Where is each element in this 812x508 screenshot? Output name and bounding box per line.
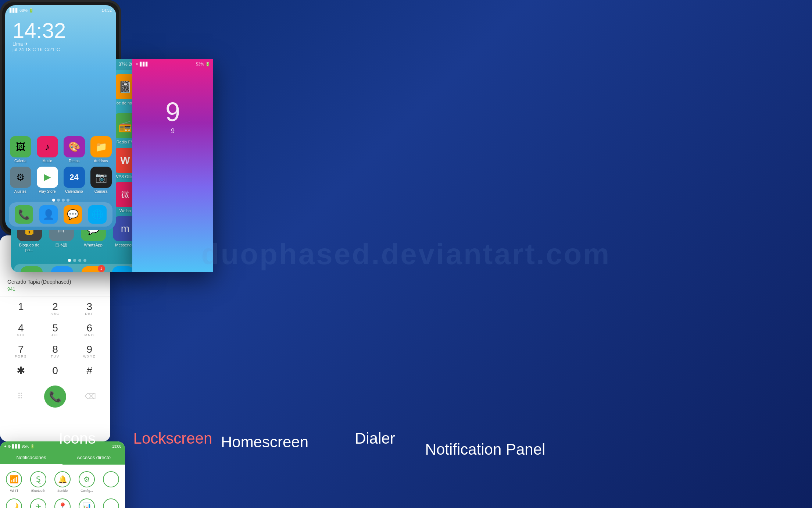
- home-dot-3: [62, 199, 65, 202]
- sound-label: Sonido: [57, 489, 68, 493]
- toggle-empty1: [99, 468, 123, 495]
- list-item[interactable]: ▶ Play Store: [36, 167, 59, 193]
- app-label: WhatsApp: [84, 243, 103, 248]
- list-item[interactable]: 24 Calendario: [62, 167, 86, 193]
- home-app-label: Cámara: [94, 189, 108, 193]
- dial-key-9[interactable]: 9 WXYZ: [72, 341, 107, 362]
- tab-accesos[interactable]: Accesos directo: [62, 451, 125, 465]
- toggle-no-molestar[interactable]: 🌙 No molestar: [2, 495, 26, 508]
- dial-key-hash[interactable]: #: [72, 362, 107, 380]
- home-dot-2: [57, 199, 60, 202]
- dialer-label: Dialer: [320, 430, 430, 447]
- home-dot-1: [52, 199, 55, 202]
- home-status-bar: ▋▋▋ 68% 🔋 14:32: [5, 5, 116, 15]
- home-app-label: Play Store: [39, 189, 56, 193]
- icons-label: Icons: [11, 430, 143, 447]
- home-dock-messages[interactable]: 💬: [64, 205, 82, 224]
- home-icon-ajustes: ⚙: [10, 167, 31, 188]
- bluetooth-label: Bluetooth: [31, 489, 45, 493]
- toggle-bluetooth[interactable]: Ȿ Bluetooth: [26, 468, 50, 495]
- watermark: duophased.deviantart.com: [201, 237, 611, 271]
- home-app-label: Calendario: [65, 189, 83, 193]
- home-page-dots: [5, 199, 116, 202]
- dial-key-0[interactable]: 0: [38, 362, 72, 380]
- dial-key-6[interactable]: 6 MNO: [72, 319, 107, 341]
- list-item[interactable]: 📁 Archivos: [89, 136, 112, 163]
- app-label: Radio FM: [117, 140, 134, 145]
- home-dock-phone[interactable]: 📞: [15, 205, 33, 224]
- home-app-label: Galería: [14, 159, 26, 163]
- lockscreen-label: Lockscreen: [132, 430, 213, 447]
- no-molestar-icon: 🌙: [6, 498, 22, 508]
- toggle-gps[interactable]: 📍 GPS: [50, 495, 75, 508]
- list-item[interactable]: 🖼 Galería: [9, 136, 32, 163]
- dial-key-4[interactable]: 4 GHI: [4, 319, 38, 341]
- home-icon-music: ♪: [37, 136, 58, 157]
- dot-4: [83, 259, 86, 262]
- lockscreen-screen: ✦ ▋▋▋ 53% 🔋 9 9: [132, 59, 213, 272]
- toggle-empty2: [99, 495, 123, 508]
- home-dock-contacts[interactable]: 👤: [39, 205, 58, 224]
- home-date: jul 24 18°C 16°C/21°C: [12, 47, 66, 52]
- home-dock-browser[interactable]: 🌐: [88, 205, 107, 224]
- toggle-config[interactable]: ⚙ Config...: [75, 468, 99, 495]
- empty-icon: [103, 471, 119, 487]
- list-item[interactable]: 📷 Cámara: [89, 167, 112, 193]
- home-app-label: Archivos: [94, 159, 108, 163]
- toggle-data[interactable]: 📊 Da...: [75, 495, 99, 508]
- lock-date: 9: [132, 127, 213, 135]
- config-label: Config...: [81, 489, 93, 493]
- data-icon: 📊: [79, 498, 95, 508]
- tab-notificaciones[interactable]: Notificaciones: [0, 451, 62, 465]
- dialer-apps-button[interactable]: ⠿: [11, 387, 29, 406]
- home-app-label: Ajustes: [14, 189, 26, 193]
- wifi-icon: 📶: [6, 471, 22, 487]
- toggle-wifi[interactable]: 📶 Wi-Fi: [2, 468, 26, 495]
- homescreen-label: Homescreen: [204, 433, 325, 451]
- app-label: Bloqueo de pa...: [15, 243, 44, 252]
- lock-time: 9: [132, 99, 213, 125]
- wifi-label: Wi-Fi: [10, 489, 18, 493]
- home-icon-calendar: 24: [64, 167, 85, 188]
- home-big-time-text: 14:32: [12, 20, 66, 41]
- home-time: 14:32: [101, 8, 112, 13]
- home-app-label: Music: [42, 159, 52, 163]
- gps-icon: 📍: [54, 498, 71, 508]
- lock-bt-icon: ✦ ▋▋▋: [135, 62, 149, 67]
- notification-panel-screen: ✦ ⚙ ▋▋▋ 95% 🔋 13:08 Notificaciones Acces…: [0, 441, 125, 508]
- lock-battery: 53% 🔋: [196, 62, 210, 67]
- dialer-bottom-bar: ⠿ 📞 ⌫: [0, 382, 110, 411]
- dial-key-star[interactable]: ✱: [4, 362, 38, 380]
- dial-key-3[interactable]: 3 DEF: [72, 298, 107, 319]
- home-icon-archivos: 📁: [90, 136, 112, 157]
- toggle-sound[interactable]: 🔔 Sonido: [50, 468, 75, 495]
- airplane-icon: ✈: [30, 498, 46, 508]
- dot-2: [73, 259, 76, 262]
- home-icon-temas: 🎨: [64, 136, 85, 157]
- list-item[interactable]: ⚙ Ajustes: [9, 167, 32, 193]
- dot-3: [78, 259, 81, 262]
- page-dots: [11, 259, 143, 262]
- home-app-grid: 🖼 Galería ♪ Music 🎨 Temas 📁 Archivos ⚙ A…: [5, 132, 116, 197]
- homescreen-inner: ▋▋▋ 68% 🔋 14:32 14:32 Lima ✈ jul 24 18°C…: [5, 5, 116, 230]
- home-signal: ▋▋▋ 68% 🔋: [10, 8, 34, 13]
- dialer-backspace-button[interactable]: ⌫: [81, 387, 99, 406]
- list-item[interactable]: ♪ Music: [36, 136, 59, 163]
- dock-browser[interactable]: 🌐: [112, 266, 134, 272]
- dial-key-8[interactable]: 8 TUV: [38, 341, 72, 362]
- list-item[interactable]: 🎨 Temas: [62, 136, 86, 163]
- bluetooth-icon: Ȿ: [30, 471, 46, 487]
- dial-key-1[interactable]: 1: [4, 298, 38, 319]
- dock-phone[interactable]: 📞: [21, 266, 43, 272]
- call-button[interactable]: 📞: [44, 386, 66, 408]
- home-dot-4: [67, 199, 69, 202]
- dialer-divider: [0, 296, 110, 296]
- toggle-airplane[interactable]: ✈ Modo avión: [26, 495, 50, 508]
- notification-panel-label: Notification Panel: [423, 441, 548, 458]
- dial-key-2[interactable]: 2 ABC: [38, 298, 72, 319]
- dial-key-7[interactable]: 7 PQRS: [4, 341, 38, 362]
- home-icon-playstore: ▶: [37, 167, 58, 188]
- dock-messages[interactable]: 💬1: [82, 266, 104, 272]
- dock-contacts[interactable]: 👤: [51, 266, 73, 272]
- dial-key-5[interactable]: 5 JKL: [38, 319, 72, 341]
